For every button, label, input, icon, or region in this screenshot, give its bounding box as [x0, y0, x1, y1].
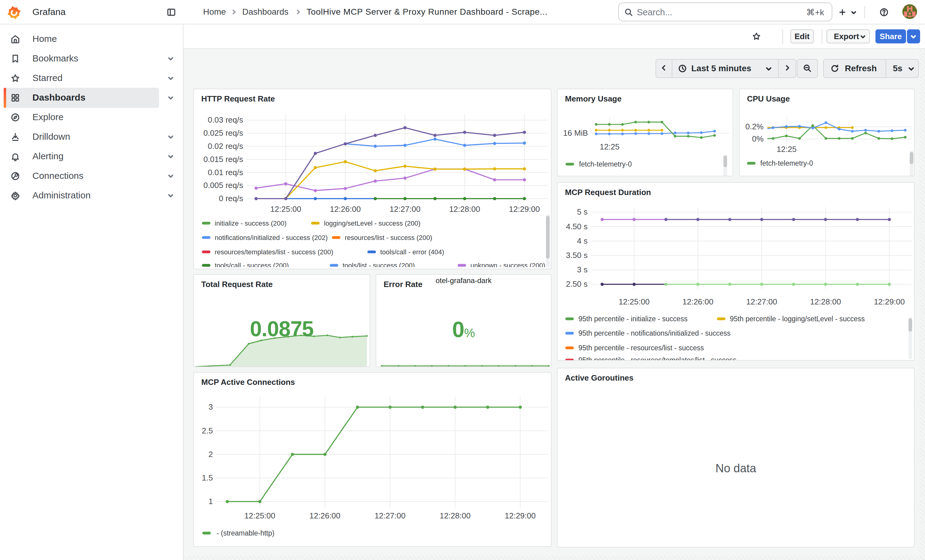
svg-text:16 MiB: 16 MiB — [563, 128, 588, 138]
svg-text:tools/call - success (200): tools/call - success (200) — [215, 262, 289, 267]
svg-text:12:25: 12:25 — [600, 142, 619, 151]
svg-text:2.5: 2.5 — [202, 426, 213, 435]
svg-text:tools/call - error (404): tools/call - error (404) — [380, 248, 444, 256]
svg-text:fetch-telemetry-0: fetch-telemetry-0 — [579, 160, 632, 168]
svg-text:- (streamable-http): - (streamable-http) — [217, 529, 274, 537]
svg-text:95th percentile - resources/te: 95th percentile - resources/templates/li… — [579, 356, 736, 361]
svg-text:4.50 s: 4.50 s — [566, 222, 588, 231]
svg-text:12:27:00: 12:27:00 — [389, 204, 420, 214]
svg-text:12:27:00: 12:27:00 — [746, 297, 777, 306]
svg-text:12:25:00: 12:25:00 — [244, 511, 275, 520]
svg-text:12:28:00: 12:28:00 — [449, 204, 480, 214]
svg-text:1.5: 1.5 — [202, 473, 213, 482]
svg-text:unknown - success (200): unknown - success (200) — [470, 262, 545, 267]
svg-text:12:28:00: 12:28:00 — [810, 297, 841, 306]
svg-text:3: 3 — [209, 402, 213, 411]
svg-text:0.02 req/s: 0.02 req/s — [208, 141, 243, 151]
svg-text:95th percentile - notification: 95th percentile - notifications/initiali… — [579, 329, 731, 337]
svg-text:0%: 0% — [752, 134, 764, 143]
svg-text:tools/list - success (200): tools/list - success (200) — [343, 262, 415, 267]
svg-text:fetch-telemetry-0: fetch-telemetry-0 — [761, 159, 814, 167]
svg-text:95th percentile - logging/setL: 95th percentile - logging/setLevel - suc… — [730, 315, 865, 323]
svg-text:4 s: 4 s — [577, 236, 588, 245]
svg-text:3.50 s: 3.50 s — [566, 251, 588, 260]
svg-text:initialize - success (200): initialize - success (200) — [215, 219, 286, 227]
svg-text:0.03 req/s: 0.03 req/s — [208, 115, 243, 125]
svg-text:0.01 req/s: 0.01 req/s — [208, 168, 243, 177]
svg-text:2: 2 — [209, 450, 213, 459]
svg-text:12:27:00: 12:27:00 — [374, 511, 405, 520]
svg-text:0.015 req/s: 0.015 req/s — [203, 155, 243, 164]
svg-text:12:26:00: 12:26:00 — [310, 511, 340, 520]
svg-text:12:26:00: 12:26:00 — [682, 297, 713, 306]
svg-text:95th percentile - resources/li: 95th percentile - resources/list - succe… — [579, 344, 704, 352]
svg-text:0.025 req/s: 0.025 req/s — [203, 128, 243, 138]
svg-text:12:29:00: 12:29:00 — [874, 297, 905, 306]
svg-text:12:25:00: 12:25:00 — [270, 204, 301, 214]
svg-text:3 s: 3 s — [577, 265, 588, 274]
svg-text:12:25: 12:25 — [777, 144, 797, 154]
svg-text:notifications/initialized - su: notifications/initialized - success (202… — [215, 234, 328, 242]
svg-text:0 req/s: 0 req/s — [219, 194, 244, 203]
svg-text:12:25:00: 12:25:00 — [619, 297, 649, 306]
svg-text:logging/setLevel - success (20: logging/setLevel - success (200) — [324, 219, 420, 227]
svg-text:resources/templates/list - suc: resources/templates/list - success (200) — [215, 248, 333, 256]
svg-text:12:28:00: 12:28:00 — [440, 511, 470, 520]
svg-text:95th percentile - initialize -: 95th percentile - initialize - success — [579, 315, 688, 323]
svg-text:2.50 s: 2.50 s — [566, 279, 588, 288]
svg-text:12:29:00: 12:29:00 — [509, 204, 540, 214]
svg-text:5 s: 5 s — [577, 207, 588, 216]
svg-text:0.2%: 0.2% — [746, 122, 764, 131]
svg-text:12:29:00: 12:29:00 — [505, 511, 536, 520]
svg-text:resources/list - success (200): resources/list - success (200) — [345, 234, 432, 242]
svg-text:12:26:00: 12:26:00 — [330, 204, 361, 214]
svg-text:1: 1 — [209, 497, 213, 506]
svg-text:0.005 req/s: 0.005 req/s — [203, 181, 243, 190]
